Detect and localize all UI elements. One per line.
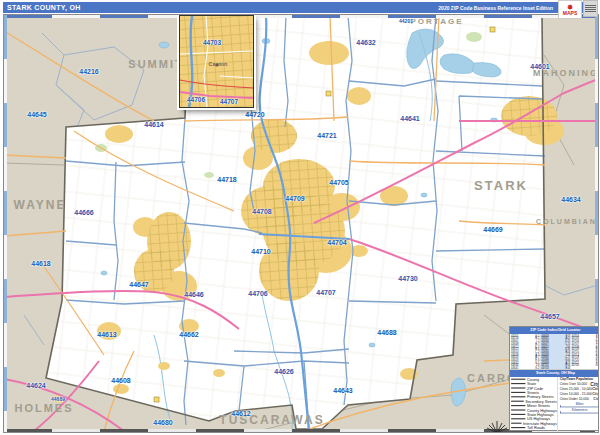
zip-label-44216: 44216: [79, 68, 98, 75]
zip-label-44718: 44718: [217, 176, 236, 183]
county-label-wayne: WAYNE: [14, 198, 67, 212]
legend-line-sample: [511, 379, 525, 380]
legend-item-toll-roads: Toll Roads: [510, 425, 557, 429]
zip-label-44201: 44201: [399, 18, 413, 24]
legend-line-sample: [511, 409, 525, 410]
zip-label-44708: 44708: [252, 208, 271, 215]
header-bar: STARK COUNTY, OH 2020 ZIP Code Business …: [3, 2, 597, 13]
page: STARK COUNTY, OH 2020 ZIP Code Business …: [0, 0, 600, 435]
logo-text: MAPS: [563, 11, 577, 16]
zip-label-44710: 44710: [251, 248, 270, 255]
legend-title: Stark County, OH Map: [536, 371, 575, 375]
canton-inset-map: 44703 Canton 44706 44707: [179, 15, 254, 108]
inset-zip-44706: 44706: [187, 96, 205, 103]
legend-line-items: CountyStateZIP CodeStreetsPrimary Street…: [510, 377, 557, 430]
legend-line-sample: [511, 392, 525, 393]
zip-label-44707: 44707: [316, 289, 335, 296]
city-sample-text: City: [592, 386, 599, 391]
legend-line-sample: [511, 396, 525, 397]
zip-label-44613: 44613: [97, 331, 116, 338]
zip-label-44657: 44657: [540, 313, 559, 320]
zip-label-44680: 44680: [153, 419, 172, 426]
zip-label-44626: 44626: [274, 368, 293, 375]
edition-label: 2020 ZIP Code Business Reference Inset E…: [438, 5, 553, 11]
zip-label-44647: 44647: [129, 281, 148, 288]
legend-item-label: Streets: [527, 390, 539, 394]
legend-item-label: Secondary Streets: [525, 399, 557, 403]
legend-line-sample: [511, 418, 525, 419]
zip-label-44689: 44689: [51, 396, 65, 402]
zip-label-44641: 44641: [400, 115, 419, 122]
city-range-label: Cities Under 10,000: [559, 397, 588, 400]
city-sample-text: City: [593, 397, 599, 400]
inset-zip-44707: 44707: [220, 98, 238, 105]
county-label-holmes: HOLMES: [14, 402, 73, 414]
scale-kilometers: Kilometers: [558, 407, 599, 413]
zip-label-44624: 44624: [26, 382, 45, 389]
legend-item-label: Interstate Highways: [523, 421, 557, 425]
zip-index-columns: 44201G-144216B-144601I-144608B-744612D-7…: [510, 334, 599, 370]
legend-line-sample: [511, 423, 521, 424]
zip-label-44612: 44612: [231, 410, 250, 417]
legend-item-label: US Highways: [527, 417, 550, 421]
zip-index-column: 44201G-144216B-144601I-144608B-744612D-7…: [510, 334, 540, 370]
city-range-label: Cities Over 50,000: [559, 382, 586, 385]
legend-item-label: Primary Streets: [527, 395, 554, 399]
legend-item-label: Toll Roads: [527, 426, 545, 430]
county-label-columbiana: COLUMBIANA: [536, 218, 599, 225]
zip-index-row: 44730G-5: [572, 364, 599, 367]
city-sample-text: City: [592, 392, 599, 396]
county-label-stark: STARK: [474, 178, 528, 193]
zip-label-44709: 44709: [285, 195, 304, 202]
legend-box: ZIP Code Index/Grid Locator 44201G-14421…: [509, 326, 599, 431]
county-label-summit: SUMMIT: [128, 58, 183, 70]
legend-title-bar: Stark County, OH Map: [510, 370, 599, 377]
zip-label-44643: 44643: [333, 387, 352, 394]
zip-index-column: 44704F-444705F-344706E-544707F-544708E-4…: [571, 334, 599, 370]
legend-line-sample: [511, 405, 525, 406]
zip-label-44601: 44601: [530, 63, 549, 70]
zip-label-44688: 44688: [377, 329, 396, 336]
zip-index-table: 44201G-144216B-144601I-144608B-744612D-7…: [510, 334, 599, 370]
compass-rose-icon: [484, 420, 510, 433]
index-title-bar: ZIP Code Index/Grid Locator: [510, 327, 599, 334]
inset-city-canton: Canton: [209, 61, 228, 67]
legend-item-label: County Highways: [527, 408, 557, 412]
zip-label-44634: 44634: [561, 196, 580, 203]
zip-label-44720: 44720: [245, 111, 264, 118]
zip-index-column: 44643F-744645A-244646D-544647C-544657J-6…: [540, 334, 570, 370]
zip-label-44662: 44662: [179, 331, 198, 338]
zip-label-44614: 44614: [144, 121, 163, 128]
zip-label-44666: 44666: [74, 209, 93, 216]
zip-label-44669: 44669: [483, 226, 502, 233]
index-title: ZIP Code Index/Grid Locator: [530, 328, 580, 332]
legend-item-label: ZIP Code: [527, 386, 543, 390]
zip-label-44730: 44730: [398, 275, 417, 282]
legend-line-sample: [511, 387, 525, 388]
county-label-mahoning: MAHONING: [533, 68, 599, 78]
legend-item-label: County: [527, 377, 539, 381]
map-frame-ticks-left: [4, 15, 7, 432]
legend-line-sample: [511, 401, 523, 402]
zip-label-44645: 44645: [27, 111, 46, 118]
zip-label-44721: 44721: [317, 132, 336, 139]
legend-line-sample: [511, 414, 525, 415]
inset-zip-44703: 44703: [203, 39, 221, 46]
zip-label-44706: 44706: [248, 290, 267, 297]
legend-line-sample: [511, 383, 525, 384]
logo-side-panel: [583, 0, 598, 17]
legend-item-label: State: [527, 382, 536, 386]
map-canvas: SUMMITPORTAGEMAHONINGWAYNESTARKCOLUMBIAN…: [3, 14, 599, 433]
zip-label-44705: 44705: [329, 179, 348, 186]
map-frame-ticks-top: [4, 15, 598, 18]
city-range-label: Cities 10,000 - 25,000: [559, 392, 591, 395]
city-range-label: Cities 25,000 - 50,000: [559, 387, 591, 390]
zip-label-44646: 44646: [184, 291, 203, 298]
legend-line-sample: [511, 427, 525, 428]
legend-item-label: Minor Streets: [527, 404, 550, 408]
zip-label-44608: 44608: [111, 377, 130, 384]
page-title: STARK COUNTY, OH: [7, 4, 81, 11]
legend-item-label: State Highways: [527, 412, 554, 416]
publisher-logo: ✸ MAPS: [558, 0, 582, 19]
zip-label-44632: 44632: [356, 39, 375, 46]
